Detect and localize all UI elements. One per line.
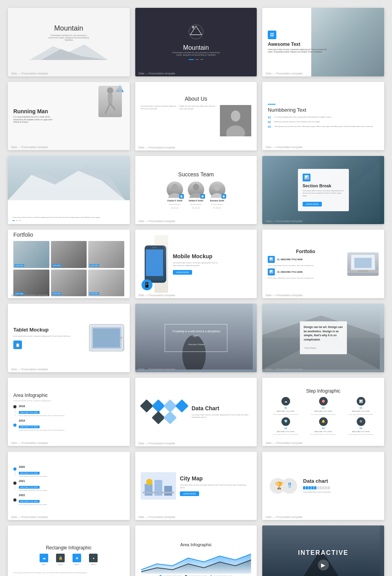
svg-rect-30 <box>354 258 372 268</box>
image-label: EXPLORE <box>15 264 24 267</box>
arrow-icon: › <box>50 560 54 563</box>
person-icon-gray <box>319 486 322 489</box>
step-label: Step 3 <box>75 563 80 565</box>
slide-title: Awesome Text <box>268 42 379 47</box>
steps-row: ☁ Step 1 › 🔒 Step 2 › ◈ Step 3 › ⬥ Step … <box>13 554 124 565</box>
social-dot <box>176 207 178 209</box>
year-label: 2020 <box>19 466 124 468</box>
svg-marker-16 <box>8 171 125 200</box>
list-item: 03 Short apesar ary a sed felis quis dia… <box>268 125 379 128</box>
slide-title: INTERACTIVE <box>298 549 348 556</box>
step-number: 05 <box>322 427 325 429</box>
step-text: Far far away, behind the word mountains. <box>273 434 298 435</box>
diamond-dark <box>140 399 153 413</box>
slide-title: Section Break <box>303 183 344 188</box>
step-text: Far far away, behind the word mountains. <box>348 434 373 435</box>
slide-title: Fortfolio <box>13 232 33 238</box>
step-text: Far far away, behind the word mountains. <box>311 434 336 435</box>
slide-footer: Slide — Presentation template <box>138 294 176 297</box>
item-text: Far far away, behind the word mountains,… <box>268 277 343 279</box>
timeline-dot <box>13 498 16 502</box>
svg-rect-43 <box>145 484 152 496</box>
content-area: Lorem ipsum dolor sit amet, consectetur … <box>141 105 252 136</box>
social-dot <box>171 207 173 209</box>
slide-title: Success Team <box>178 171 214 178</box>
slide-title: Step Infographic <box>306 388 340 394</box>
avatar-badge: 📋 <box>221 194 226 199</box>
content-area: Mobile Mockup Lorem ipsum dolor sit amet… <box>173 253 220 275</box>
svg-point-46 <box>146 479 152 485</box>
social-links <box>192 207 200 209</box>
portfolio-image: EXPLORE <box>88 270 124 297</box>
step-number: 06 <box>359 427 362 429</box>
learn-more-button[interactable]: LEARN MORE <box>303 202 322 206</box>
svg-point-8 <box>107 87 113 94</box>
progress-dots <box>13 220 125 221</box>
slide-design-quote: Design can be art. Design can be aesthet… <box>262 304 384 372</box>
svg-line-11 <box>110 103 115 109</box>
person-icon <box>303 486 305 489</box>
item-number: 01 <box>268 116 272 119</box>
dot <box>16 220 18 221</box>
person-icon <box>311 486 314 489</box>
learn-more-button[interactable]: LEARN MORE <box>173 270 192 275</box>
svg-rect-26 <box>146 249 163 276</box>
step-number: 03 <box>359 407 362 409</box>
step-box: ◈ <box>73 554 81 562</box>
dot <box>19 220 21 221</box>
slide-step-infographic: Step Infographic ☁ 01 AWESOME TITLE HERE… <box>262 378 384 446</box>
step-label: Step 1 <box>42 563 47 565</box>
step-icon: 🎯 <box>319 397 328 406</box>
bottom-text: Far far away, behind the word mountains,… <box>13 572 87 574</box>
slide-subtitle: Lorem ipsum dolor sit amet, consectetur … <box>13 400 51 402</box>
timeline-content: 2020 AWESOME TITLE HERE Far far away, be… <box>19 466 124 478</box>
slide-rectangle-infographic: Rectangle Infographic ☁ Step 1 › 🔒 Step … <box>8 525 130 576</box>
learn-more-button[interactable]: LEARN MORE <box>180 491 199 496</box>
step-number: 01 <box>284 407 287 409</box>
slide-mobile-mockup: 📱 Mobile Mockup Lorem ipsum dolor sit am… <box>135 230 257 298</box>
person-icon-gray <box>317 486 319 489</box>
bottom-content: Lorem ipsum dolor sit amet, consectetur … <box>8 213 130 224</box>
member-role: Director Position <box>169 203 180 205</box>
svg-point-36 <box>120 337 122 339</box>
document-icon: 📋 <box>15 343 20 347</box>
slide-text: Lorem ipsum dolor sit amet, consectetur … <box>192 414 252 419</box>
timeline-content: 2022 AWESOME TITLE HERE Far far away, be… <box>19 494 124 506</box>
member-name: Charles F. Smith <box>167 199 183 202</box>
play-icon[interactable]: ▶ <box>318 560 329 571</box>
item-text: Short apesar ary a sed felis quis diam. … <box>274 125 373 128</box>
year-label: 2019 <box>19 419 124 422</box>
icon-box: 📋 <box>13 341 22 349</box>
chart-icon: 📊 <box>304 175 309 179</box>
step-item: 📊 03 AWESOME TITLE HERE Far far away, be… <box>343 397 379 415</box>
slide-title: Area Infographic <box>180 542 212 547</box>
slide-title: Numbbering Text <box>268 107 306 113</box>
step-box: ⬥ <box>89 554 98 562</box>
icon-box: 📊 <box>303 174 310 181</box>
year-label: 2021 <box>19 480 124 482</box>
item-text: It is a long established fact that a rea… <box>274 116 332 118</box>
svg-marker-3 <box>190 26 201 35</box>
slide-footer: Slide — Presentation template <box>11 146 48 149</box>
avatar-badge: 📋 <box>200 194 205 199</box>
step-label: AWESOME TITLE HERE <box>352 431 370 433</box>
slide-title: Mountain <box>183 44 209 51</box>
step-item: ☁ 01 AWESOME TITLE HERE Far far away, be… <box>268 397 303 415</box>
slide-footer: Slide — Presentation template <box>11 442 48 444</box>
slide-footer: Slide — Presentation template <box>138 368 176 371</box>
list-item: 02 Maecenas sed diam eget risus varius b… <box>268 121 379 123</box>
section-card: 📊 Section Break Lorem ipsum dolor sit am… <box>298 169 349 211</box>
slide-text: Lorem ipsum dolor sit amet, consectetur … <box>13 335 85 337</box>
person-icon-gray <box>322 486 325 489</box>
content-area: Tablet Mockup Lorem ipsum dolor sit amet… <box>13 327 85 349</box>
rect-step: 🔒 Step 2 <box>56 554 65 565</box>
portfolio-item: 📊 02. AWESOME TITLE HERE Far far away, b… <box>268 268 343 279</box>
member-role: Director Position <box>190 203 201 205</box>
portfolio-image: EXPLORE <box>51 241 87 268</box>
member-role: Director Position <box>211 203 223 205</box>
slide-footer: Slide — Presentation template <box>265 220 303 223</box>
numbered-items: 01 It is a long established fact that a … <box>268 116 379 128</box>
diamond-shapes <box>141 401 188 422</box>
timeline: 2020 AWESOME TITLE HERE Far far away, be… <box>13 466 124 506</box>
slide-awesome-text: 🖼 Awesome Text Lorem ipsum dolor sit ame… <box>262 8 384 76</box>
